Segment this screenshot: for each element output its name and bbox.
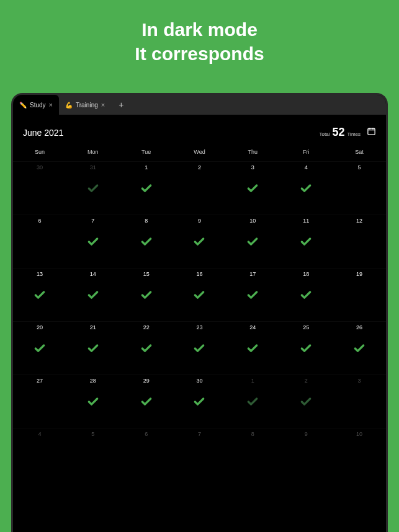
calendar-cell[interactable]: 31 xyxy=(66,161,120,215)
calendar-cell[interactable]: 3 xyxy=(226,161,279,215)
calendar-grid: 3031123456789101112131415161718192021222… xyxy=(13,161,386,481)
day-number: 3 xyxy=(333,375,386,384)
calendar-cell[interactable]: 8 xyxy=(226,428,279,481)
checkmark-icon xyxy=(246,396,259,408)
svg-rect-0 xyxy=(368,128,375,135)
checkmark-icon xyxy=(246,289,259,301)
calendar-cell[interactable]: 17 xyxy=(226,268,279,321)
calendar-cell[interactable]: 21 xyxy=(66,321,120,375)
calendar-cell[interactable]: 10 xyxy=(226,215,279,268)
day-number: 1 xyxy=(226,375,279,384)
calendar-cell[interactable]: 9 xyxy=(279,428,333,481)
day-number: 6 xyxy=(120,428,173,437)
calendar-cell[interactable]: 27 xyxy=(13,375,66,428)
calendar-cell[interactable]: 26 xyxy=(333,321,386,375)
day-number: 5 xyxy=(66,428,120,437)
checkmark-icon xyxy=(34,342,46,355)
checkmark-icon xyxy=(140,342,153,355)
day-number: 29 xyxy=(120,375,173,384)
calendar-cell[interactable]: 6 xyxy=(120,428,173,481)
calendar-cell[interactable]: 29 xyxy=(120,375,173,428)
calendar-cell[interactable]: 9 xyxy=(173,215,226,268)
weekday-label: Tue xyxy=(120,143,173,161)
calendar-cell[interactable]: 20 xyxy=(13,321,66,375)
day-number: 9 xyxy=(279,428,333,437)
day-number: 19 xyxy=(333,268,386,277)
add-tab-button[interactable]: + xyxy=(111,100,131,110)
checkmark-icon xyxy=(300,236,312,248)
calendar-cell[interactable]: 3 xyxy=(333,375,386,428)
day-number: 12 xyxy=(333,215,386,224)
day-number: 13 xyxy=(13,268,66,277)
calendar-cell[interactable]: 22 xyxy=(120,321,173,375)
calendar-cell[interactable]: 23 xyxy=(173,321,226,375)
calendar-cell[interactable]: 18 xyxy=(279,268,333,321)
calendar-cell[interactable]: 10 xyxy=(333,428,386,481)
calendar-cell[interactable]: 11 xyxy=(279,215,333,268)
device-frame: ✏️Study×💪Training× + June 2021 Total 52 … xyxy=(11,93,388,532)
calendar-cell[interactable]: 12 xyxy=(333,215,386,268)
checkmark-icon xyxy=(246,342,259,355)
tab-study[interactable]: ✏️Study× xyxy=(13,95,59,115)
day-number: 8 xyxy=(120,215,173,224)
day-number: 25 xyxy=(279,322,333,330)
calendar-cell[interactable]: 15 xyxy=(120,268,173,321)
weekday-label: Wed xyxy=(173,143,226,161)
day-number: 16 xyxy=(173,268,226,277)
tab-emoji-icon: ✏️ xyxy=(19,102,27,109)
close-icon[interactable]: × xyxy=(101,101,105,109)
day-number: 18 xyxy=(279,268,333,277)
checkmark-icon xyxy=(87,396,99,408)
checkmark-icon xyxy=(140,289,153,301)
calendar-cell[interactable]: 24 xyxy=(226,321,279,375)
checkmark-icon xyxy=(246,182,259,195)
calendar-cell[interactable]: 16 xyxy=(173,268,226,321)
calendar-cell[interactable]: 8 xyxy=(120,215,173,268)
tab-training[interactable]: 💪Training× xyxy=(59,95,111,115)
calendar-cell[interactable]: 1 xyxy=(120,161,173,215)
calendar-cell[interactable]: 4 xyxy=(279,161,333,215)
calendar-cell[interactable]: 14 xyxy=(66,268,120,321)
day-number: 30 xyxy=(173,375,226,384)
tab-label: Training xyxy=(76,102,98,109)
calendar-cell[interactable]: 30 xyxy=(13,161,66,215)
day-number: 3 xyxy=(226,162,279,171)
day-number: 22 xyxy=(120,322,173,330)
stats: Total 52 Times xyxy=(320,126,376,139)
calendar-cell[interactable]: 7 xyxy=(173,428,226,481)
calendar-header: June 2021 Total 52 Times xyxy=(13,115,386,143)
calendar-cell[interactable]: 4 xyxy=(13,428,66,481)
calendar-cell[interactable]: 5 xyxy=(66,428,120,481)
day-number: 8 xyxy=(226,428,279,437)
weekday-label: Fri xyxy=(279,143,333,161)
calendar-cell[interactable]: 1 xyxy=(226,375,279,428)
day-number: 5 xyxy=(333,162,386,171)
checkmark-icon xyxy=(140,396,153,408)
calendar-cell[interactable]: 28 xyxy=(66,375,120,428)
checkmark-icon xyxy=(193,236,205,248)
promo-line-2: It corresponds xyxy=(0,42,399,66)
calendar-cell[interactable]: 6 xyxy=(13,215,66,268)
calendar-cell[interactable]: 5 xyxy=(333,161,386,215)
day-number: 15 xyxy=(120,268,173,277)
calendar-cell[interactable]: 7 xyxy=(66,215,120,268)
calendar-cell[interactable]: 13 xyxy=(13,268,66,321)
checkmark-icon xyxy=(87,236,99,248)
calendar-icon[interactable] xyxy=(367,126,376,137)
calendar-cell[interactable]: 2 xyxy=(173,161,226,215)
calendar-cell[interactable]: 25 xyxy=(279,321,333,375)
close-icon[interactable]: × xyxy=(49,101,53,109)
promo-line-1: In dark mode xyxy=(0,17,399,42)
calendar-cell[interactable]: 19 xyxy=(333,268,386,321)
calendar-cell[interactable]: 2 xyxy=(279,375,333,428)
day-number: 6 xyxy=(13,215,66,224)
promo-headline: In dark mode It corresponds xyxy=(0,0,399,66)
weekday-label: Sat xyxy=(333,143,386,161)
checkmark-icon xyxy=(300,396,312,408)
stats-prefix: Total xyxy=(320,131,330,137)
weekday-label: Sun xyxy=(13,143,66,161)
calendar-cell[interactable]: 30 xyxy=(173,375,226,428)
checkmark-icon xyxy=(300,289,312,301)
day-number: 28 xyxy=(66,375,120,384)
tab-bar: ✏️Study×💪Training× + xyxy=(13,95,386,115)
